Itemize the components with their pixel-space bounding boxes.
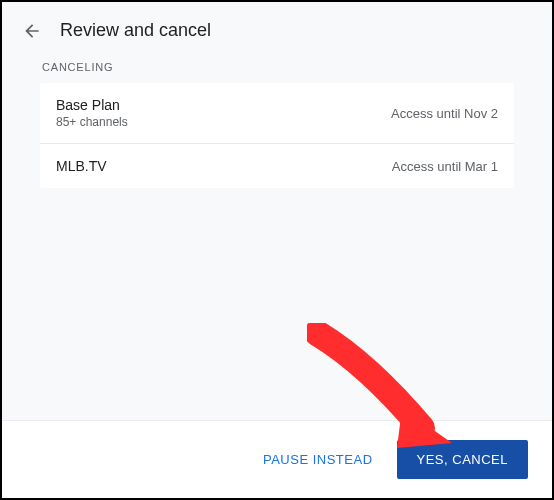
cancel-list: Base Plan 85+ channels Access until Nov … (40, 83, 514, 188)
back-arrow-icon[interactable] (22, 21, 42, 41)
pause-instead-button[interactable]: PAUSE INSTEAD (249, 442, 387, 477)
item-title: MLB.TV (56, 158, 107, 174)
list-item: Base Plan 85+ channels Access until Nov … (40, 83, 514, 144)
page-title: Review and cancel (60, 20, 211, 41)
list-item: MLB.TV Access until Mar 1 (40, 144, 514, 188)
item-subtitle: 85+ channels (56, 115, 128, 129)
item-title: Base Plan (56, 97, 128, 113)
item-info: Base Plan 85+ channels (56, 97, 128, 129)
header: Review and cancel (2, 2, 552, 53)
item-status: Access until Mar 1 (392, 159, 498, 174)
footer-actions: PAUSE INSTEAD YES, CANCEL (2, 420, 552, 498)
section-label: CANCELING (2, 53, 552, 83)
yes-cancel-button[interactable]: YES, CANCEL (397, 440, 528, 479)
item-status: Access until Nov 2 (391, 106, 498, 121)
content-area: Review and cancel CANCELING Base Plan 85… (2, 2, 552, 422)
item-info: MLB.TV (56, 158, 107, 174)
